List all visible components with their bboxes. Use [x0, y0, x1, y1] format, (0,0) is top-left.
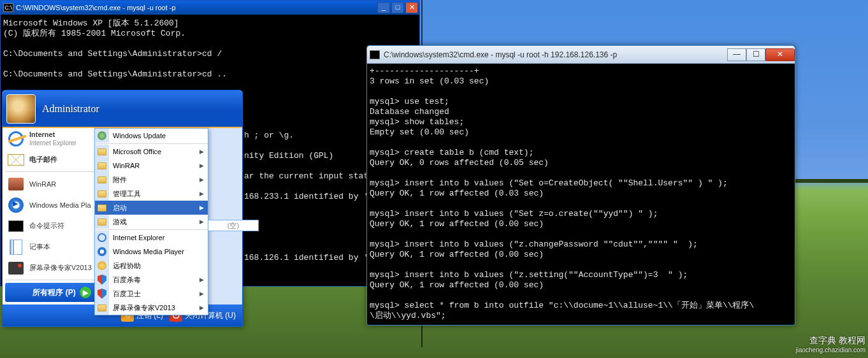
- submenu-item-label: Internet Explorer: [113, 234, 164, 241]
- xp-cmd-title-text: C:\WINDOWS\system32\cmd.exe - mysql -u r…: [16, 4, 176, 11]
- submenu-item-label: 启动: [113, 203, 127, 213]
- all-programs-label: 所有程序 (P): [33, 287, 75, 298]
- chevron-right-icon: ▶: [199, 162, 204, 169]
- submenu-item-游戏[interactable]: 游戏▶: [95, 215, 208, 229]
- chevron-right-icon: ▶: [199, 276, 204, 283]
- mail-icon: [8, 154, 24, 166]
- folder-icon: [98, 176, 106, 183]
- minimize-button[interactable]: —: [727, 48, 746, 61]
- maximize-button[interactable]: □: [391, 2, 404, 13]
- cmd-icon: [8, 220, 24, 232]
- folder-icon: [98, 190, 106, 197]
- note-icon: [10, 240, 22, 255]
- submenu-item-启动[interactable]: 启动▶: [95, 201, 208, 215]
- submenu-item-管理工具[interactable]: 管理工具▶: [95, 187, 208, 201]
- submenu-item-label: Microsoft Office: [113, 148, 161, 155]
- wmp-icon: [8, 197, 24, 213]
- start-item-label: 电子邮件: [29, 155, 57, 164]
- chevron-right-icon: ▶: [199, 176, 204, 183]
- submenu-item-label: 管理工具: [113, 189, 141, 199]
- ie-icon: [8, 131, 24, 147]
- watermark-text: 查字典 教程网: [795, 335, 865, 345]
- submenu-item-label: 屏幕录像专家V2013: [113, 303, 175, 313]
- win7-cmd-title-text: C:\windows\system32\cmd.exe - mysql -u r…: [384, 50, 617, 59]
- folder-icon: [98, 304, 106, 311]
- user-name: Administrator: [42, 103, 99, 115]
- submenu-item-WinRAR[interactable]: WinRAR▶: [95, 159, 208, 173]
- start-item-label: Internet: [29, 131, 76, 139]
- submenu-separator: [95, 143, 208, 144]
- winrar-icon: [8, 178, 24, 190]
- submenu-separator: [95, 229, 208, 230]
- win7-cmd-window: C:\windows\system32\cmd.exe - mysql -u r…: [366, 45, 795, 326]
- submenu-item-远程协助[interactable]: 远程协助: [95, 259, 208, 273]
- shield-icon: [98, 275, 106, 285]
- submenu-item-label: 附件: [113, 175, 127, 185]
- startup-empty-label: (空): [228, 222, 239, 229]
- submenu-item-label: 游戏: [113, 217, 127, 227]
- close-button[interactable]: ✕: [405, 2, 418, 13]
- rec-icon: [8, 262, 24, 275]
- submenu-item-label: WinRAR: [113, 162, 140, 169]
- sun-icon: [98, 261, 106, 270]
- start-item-label: 记事本: [29, 242, 50, 252]
- chevron-right-icon: ▶: [199, 190, 204, 197]
- chevron-right-icon: ▶: [199, 218, 204, 225]
- startup-flyout: (空): [208, 220, 259, 231]
- submenu-item-Internet Explorer[interactable]: Internet Explorer: [95, 231, 208, 245]
- minimize-button[interactable]: _: [377, 2, 390, 13]
- start-menu-header: Administrator: [3, 90, 242, 127]
- close-button[interactable]: ✕: [765, 48, 795, 61]
- folder-icon: [98, 148, 106, 155]
- folder-icon: [98, 162, 106, 169]
- submenu-item-label: 百度卫士: [113, 289, 141, 299]
- submenu-item-Microsoft Office[interactable]: Microsoft Office▶: [95, 145, 208, 159]
- submenu-item-百度杀毒[interactable]: 百度杀毒▶: [95, 273, 208, 287]
- watermark: 查字典 教程网 jiaocheng.chazidian.com: [795, 335, 865, 355]
- start-item-label: 屏幕录像专家V2013: [29, 263, 92, 273]
- xp-cmd-titlebar[interactable]: C:\ C:\WINDOWS\system32\cmd.exe - mysql …: [1, 1, 419, 15]
- submenu-item-Windows Update[interactable]: Windows Update: [95, 129, 208, 143]
- arrow-right-icon: ▶: [80, 287, 91, 298]
- start-item-label: 命令提示符: [29, 221, 64, 231]
- shield-icon: [98, 289, 106, 299]
- submenu-item-label: 远程协助: [113, 261, 141, 271]
- chevron-right-icon: ▶: [199, 304, 204, 311]
- user-avatar: [6, 94, 36, 124]
- chevron-right-icon: ▶: [199, 148, 204, 155]
- folder-icon: [98, 218, 106, 226]
- submenu-item-Windows Media Player[interactable]: Windows Media Player: [95, 245, 208, 259]
- chevron-right-icon: ▶: [199, 204, 204, 211]
- all-programs-submenu: Windows UpdateMicrosoft Office▶WinRAR▶附件…: [94, 128, 208, 315]
- cmd-icon: [370, 50, 380, 59]
- start-item-label: WinRAR: [29, 180, 56, 188]
- win7-cmd-body[interactable]: +--------------------+ 3 rows in set (0.…: [367, 64, 795, 325]
- submenu-item-附件[interactable]: 附件▶: [95, 173, 208, 187]
- submenu-item-label: Windows Media Player: [113, 248, 184, 255]
- maximize-button[interactable]: ☐: [746, 48, 765, 61]
- xp-cmd-peek-output: h ; or \g. nity Edition (GPL) ar the cur…: [244, 131, 368, 263]
- cmd-icon: C:\: [3, 3, 13, 12]
- submenu-item-label: 百度杀毒: [113, 275, 141, 285]
- watermark-url: jiaocheng.chazidian.com: [795, 345, 865, 355]
- globe-icon: [98, 131, 106, 140]
- ie-sm-icon: [98, 233, 106, 242]
- win7-cmd-titlebar[interactable]: C:\windows\system32\cmd.exe - mysql -u r…: [367, 46, 795, 64]
- start-item-label: Windows Media Pla: [29, 201, 91, 209]
- folder-icon: [98, 204, 106, 211]
- submenu-item-屏幕录像专家V2013[interactable]: 屏幕录像专家V2013▶: [95, 301, 208, 315]
- chevron-right-icon: ▶: [199, 290, 204, 297]
- submenu-item-百度卫士[interactable]: 百度卫士▶: [95, 287, 208, 301]
- submenu-item-label: Windows Update: [113, 132, 166, 140]
- wmp-sm-icon: [98, 247, 106, 256]
- start-item-sublabel: Internet Explorer: [29, 139, 76, 147]
- xp-cmd-output: Microsoft Windows XP [版本 5.1.2600] (C) 版…: [3, 18, 227, 79]
